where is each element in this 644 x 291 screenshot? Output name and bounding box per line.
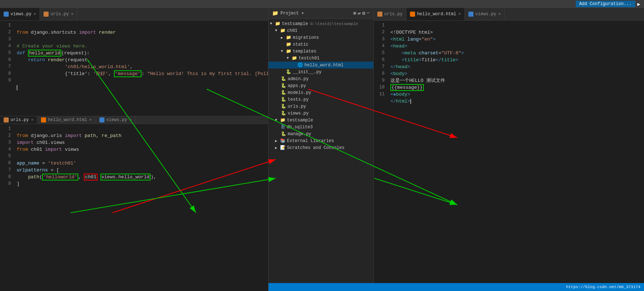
tab-views-close[interactable]: × (34, 12, 36, 16)
tree-item-templates[interactable]: ▼ 📁 templates (268, 48, 373, 55)
tree-item-tests[interactable]: 🐍 tests.py (268, 96, 373, 103)
html-icon-html (410, 12, 415, 17)
html-tab-bar: urls.py hello_word.html × views.py × (374, 8, 644, 21)
tab-views-html-close[interactable]: × (499, 12, 501, 16)
run-button[interactable]: ▶ (637, 1, 640, 7)
tree-item-apps[interactable]: 🐍 apps.py (268, 82, 373, 89)
ext-lib-arrow: ▶ (275, 139, 279, 143)
tab-hello-bottom-close[interactable]: × (89, 118, 92, 122)
tab-views-html-label: views.py (475, 12, 496, 17)
tree-item-admin[interactable]: 🐍 admin.py (268, 75, 373, 82)
admin-label: admin.py (288, 76, 309, 82)
tab-views-html[interactable]: views.py × (465, 8, 505, 20)
tab-hello-bottom-label: hello_word.html (48, 117, 87, 122)
tree-item-models[interactable]: 🐍 models.py (268, 89, 373, 96)
tab-urls-bottom[interactable]: urls.py × (0, 116, 37, 124)
tree-item-views-py[interactable]: 🐍 views.py (268, 110, 373, 117)
init-label: __init__.py (293, 70, 321, 75)
tree-item-sqlite[interactable]: 🗄 db.sqlite3 (268, 124, 373, 130)
testch01-folder-icon: 📁 (292, 55, 297, 61)
testch01-arrow: ▼ (287, 56, 291, 60)
line-numbers-views: 12345 6789 (0, 21, 14, 99)
panel-project: 📁 Project ▾ ⊕ ⇌ ⚙ − ▼ 📁 testsample G:\te… (268, 8, 374, 291)
tab-views-bottom[interactable]: views.py × (96, 116, 136, 124)
panel-views-top: views.py × urls.py × 12345 6789 from dja… (0, 8, 268, 124)
highlight-views-hello: views.hello_world (101, 174, 151, 180)
add-config-button[interactable]: Add Configuration... (576, 1, 635, 7)
tab-hello-bottom[interactable]: hello_word.html × (37, 116, 96, 124)
tab-urls-close[interactable]: × (71, 12, 74, 16)
tree-item-init[interactable]: 🐍 __init__.py (268, 68, 373, 75)
tab-urls-bottom-close[interactable]: × (31, 118, 33, 122)
close-icon[interactable]: − (367, 10, 370, 16)
code-content-views[interactable]: from django.shortcuts import render # Cr… (14, 21, 268, 99)
tree-item-testch01[interactable]: ▼ 📁 testch01 (268, 55, 373, 62)
init-icon: 🐍 (286, 69, 291, 75)
testsample-label: testsample (287, 118, 313, 123)
tab-views-bottom-close[interactable]: × (129, 118, 132, 122)
highlight-ch01-ref: ch01 (84, 174, 97, 180)
html-code-content[interactable]: <!DOCTYPE html> <html lang="en"> <head> … (387, 21, 644, 291)
views-py-icon: 🐍 (281, 111, 286, 116)
tab-views-label: views.py (11, 12, 32, 17)
apps-icon: 🐍 (281, 83, 286, 88)
tests-label: tests.py (288, 97, 309, 102)
migrations-arrow: ▶ (281, 36, 285, 40)
scratches-label: Scratches and Consoles (287, 145, 344, 150)
admin-icon: 🐍 (281, 76, 286, 82)
project-actions: ⊕ ⇌ ⚙ − (353, 10, 370, 16)
ext-lib-icon: 📚 (280, 138, 286, 144)
views-icon-html (468, 12, 473, 17)
tree-item-ch01[interactable]: ▼ 📁 ch01 (268, 27, 373, 34)
tab-hello-html[interactable]: hello_word.html × (406, 8, 465, 20)
status-url: https://blog.csdn.net/m0_373174 (566, 285, 640, 289)
tree-item-ext-lib[interactable]: ▶ 📚 External Libraries (268, 137, 373, 144)
highlight-hello-world-fn: hello_world (28, 50, 61, 57)
scratches-icon: 📝 (280, 145, 286, 150)
tab-urls-top[interactable]: urls.py × (40, 8, 77, 20)
tree-item-hello-word-html[interactable]: 🌐 hello_word.html (268, 62, 373, 68)
html-code-area: 12345 67891011 <!DOCTYPE html> <html lan… (374, 21, 644, 291)
project-header-label: Project ▾ (280, 11, 304, 16)
migrations-folder-icon: 📁 (286, 35, 291, 40)
tree-content: ▼ 📁 testsample G:\testdj\testsample ▼ 📁 … (268, 19, 373, 291)
manage-icon: 🐍 (281, 131, 286, 137)
templates-folder-icon: 📁 (286, 49, 291, 54)
tree-item-static[interactable]: 📁 static (268, 41, 373, 48)
tree-item-migrations[interactable]: ▶ 📁 migrations (268, 34, 373, 41)
sqlite-label: db.sqlite3 (287, 125, 313, 130)
ch01-label: ch01 (287, 28, 298, 33)
code-content-urls[interactable]: from django.urls import path, re_path im… (14, 124, 268, 196)
highlight-message-template: {{message}} (390, 84, 424, 91)
panel-urls-bottom: 12345 6789 from django.urls import path,… (0, 124, 268, 291)
testsample-arrow: ▼ (275, 118, 279, 122)
tree-item-scratches[interactable]: ▶ 📝 Scratches and Consoles (268, 144, 373, 151)
tree-item-testsample[interactable]: ▼ 📁 testsample (268, 117, 373, 124)
static-folder-icon: 📁 (286, 42, 291, 47)
views-icon (4, 12, 9, 17)
tab-bar-top-left: views.py × urls.py × (0, 8, 268, 21)
tab-urls-html[interactable]: urls.py (374, 8, 406, 20)
testch01-label: testch01 (299, 56, 320, 61)
tab-views-top[interactable]: views.py × (0, 8, 40, 20)
panel-html-editor: urls.py hello_word.html × views.py × 123… (374, 8, 644, 291)
layout-icon[interactable]: ⇌ (358, 10, 361, 16)
add-icon[interactable]: ⊕ (353, 10, 356, 16)
tree-item-urls-py[interactable]: 🐍 urls.py (268, 103, 373, 110)
root-path: G:\testdj\testsample (310, 22, 358, 26)
hello-word-label: hello_word.html (304, 63, 344, 68)
settings-icon[interactable]: ⚙ (362, 10, 365, 16)
urls-icon-b (4, 117, 9, 122)
urls-icon (44, 12, 49, 17)
sqlite-icon: 🗄 (281, 124, 285, 130)
cursor-blink-2 (410, 99, 411, 104)
ch01-folder-icon: 📁 (280, 28, 286, 33)
tree-item-root[interactable]: ▼ 📁 testsample G:\testdj\testsample (268, 20, 373, 27)
html-icon-b (41, 117, 46, 122)
folder-icon: 📁 (272, 10, 278, 16)
tree-item-manage[interactable]: 🐍 manage.py (268, 130, 373, 137)
scratches-arrow: ▶ (275, 146, 279, 150)
views-icon-b (99, 117, 104, 122)
tab-hello-html-close[interactable]: × (458, 12, 461, 16)
hello-word-icon: 🌐 (298, 62, 303, 68)
